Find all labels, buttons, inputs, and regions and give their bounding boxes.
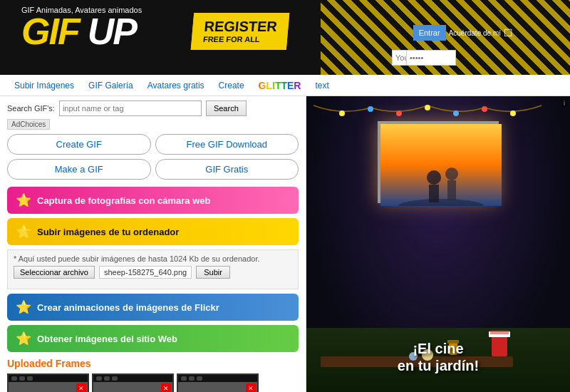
svg-point-4 <box>453 110 459 116</box>
logo-gif: GIF <box>21 13 79 50</box>
main-container: Search GIF's: Search AdChoices Create GI… <box>0 96 570 392</box>
password-field[interactable] <box>406 50 456 66</box>
search-row: Search GIF's: Search <box>7 100 299 116</box>
star-icon-web: ⭐ <box>16 331 31 346</box>
svg-point-3 <box>425 105 430 110</box>
star-icon-upload: ⭐ <box>16 224 31 239</box>
svg-point-0 <box>339 110 345 116</box>
svg-rect-7 <box>380 124 502 206</box>
action-buttons-grid: Create GIF Free GIF Download Make a GIF … <box>7 134 299 180</box>
frame-item-2: 🐧 ✕ ⧉ <box>92 373 174 392</box>
svg-point-1 <box>368 106 373 112</box>
feature-web[interactable]: ⭐ Obtener imágenes del sitio Web <box>7 325 299 352</box>
frame-close-1[interactable]: ✕ <box>76 383 86 392</box>
svg-point-9 <box>427 170 441 185</box>
login-area: Entrar Acuérdate de mí ☐ <box>413 25 513 41</box>
search-input[interactable] <box>59 100 202 116</box>
feature-camera[interactable]: ⭐ Captura de fotografías con cámara web <box>7 187 299 214</box>
left-panel: Search GIF's: Search AdChoices Create GI… <box>0 96 306 392</box>
adchoices-badge[interactable]: AdChoices <box>7 119 50 130</box>
upload-note: * Aquí usted puede subir imágenes de has… <box>14 254 292 263</box>
star-icon-flickr: ⭐ <box>16 299 31 315</box>
frame-close-2[interactable]: ✕ <box>161 383 171 392</box>
frame-hole <box>19 376 25 381</box>
feature-upload-label: Subir imágenes de tu ordenador <box>37 227 179 237</box>
string-lights <box>314 102 549 123</box>
ad-headline-2: en tu jardín! <box>306 357 570 374</box>
frame-hole <box>112 376 118 381</box>
upload-button[interactable]: Subir <box>196 266 230 279</box>
nav-glitter[interactable]: GLITTER <box>259 80 301 91</box>
frame-strip-top-1 <box>9 375 88 382</box>
ad-container: i ¡El cine en tu jardín! <box>306 96 570 392</box>
nav-item-subir[interactable]: Subir Imágenes <box>14 81 74 91</box>
frame-close-3[interactable]: ✕ <box>246 383 256 392</box>
frame-item-1: 🦉 ✕ ⧉ <box>7 373 89 392</box>
star-icon-camera: ⭐ <box>16 192 31 208</box>
nav-item-avatares[interactable]: Avatares gratis <box>147 81 204 91</box>
feature-web-label: Obtener imágenes del sitio Web <box>37 334 177 344</box>
feature-camera-label: Captura de fotografías con cámara web <box>37 195 210 206</box>
ad-label: i <box>561 99 567 108</box>
remember-checkbox-icon: ☐ <box>504 27 513 38</box>
outdoor-screen <box>378 121 499 203</box>
search-button[interactable]: Search <box>206 100 247 116</box>
frame-hole <box>197 376 202 381</box>
logo-area: GIFUP <box>21 13 136 50</box>
ad-headline-1: ¡El cine <box>306 340 570 357</box>
nav-item-create[interactable]: Create <box>219 81 244 91</box>
free-for-all-label: FREE FOR ALL <box>203 35 261 43</box>
frame-hole <box>104 376 110 381</box>
make-gif-button[interactable]: Make a GIF <box>7 159 151 180</box>
frame-hole <box>27 376 33 381</box>
file-name-display: sheep-158275_640.png <box>99 266 192 279</box>
feature-upload[interactable]: ⭐ Subir imágenes de tu ordenador <box>7 218 299 245</box>
header-tagline: GIF Animadas, Avatares animados <box>21 6 142 14</box>
gif-gratis-button[interactable]: GIF Gratis <box>155 159 299 180</box>
ad-text-overlay: ¡El cine en tu jardín! <box>306 340 570 374</box>
frame-strip-top-3 <box>178 375 257 382</box>
frame-strip-top-2 <box>93 375 172 382</box>
frame-image-3: 🐑 ✕ ⧉ <box>178 382 257 392</box>
free-gif-download-button[interactable]: Free GIF Download <box>155 134 299 155</box>
svg-point-5 <box>482 106 487 112</box>
uploaded-frames-title: Uploaded Frames <box>7 358 299 369</box>
frame-hole <box>189 376 195 381</box>
select-file-button[interactable]: Seleccionar archivo <box>14 266 95 279</box>
frame-image-2: 🐧 ✕ ⧉ <box>93 382 172 392</box>
frame-hole <box>181 376 187 381</box>
register-label: REGISTER <box>204 19 278 34</box>
svg-rect-10 <box>429 185 439 202</box>
svg-point-2 <box>396 110 402 116</box>
frames-row: 🦉 ✕ ⧉ <box>7 373 299 392</box>
svg-point-11 <box>445 167 458 180</box>
screen-content <box>380 124 502 206</box>
right-panel-ad: i ¡El cine en tu jardín! <box>306 96 570 392</box>
search-label: Search GIF's: <box>7 104 55 113</box>
uploaded-frames-section: Uploaded Frames 🦉 ✕ ⧉ <box>7 358 299 392</box>
remember-label: Acuérdate de mí <box>449 29 501 37</box>
nav-item-text[interactable]: text <box>315 81 328 91</box>
frame-item-3: 🐑 ✕ ⧉ <box>177 373 259 392</box>
svg-rect-16 <box>490 330 509 334</box>
register-box[interactable]: REGISTER FREE FOR ALL <box>191 13 290 50</box>
upload-controls: Seleccionar archivo sheep-158275_640.png… <box>14 266 292 279</box>
nav-item-galeria[interactable]: GIF Galería <box>88 81 133 91</box>
upload-section: * Aquí usted puede subir imágenes de has… <box>7 249 299 289</box>
feature-flickr-label: Crear animaciones de imágenes de Flickr <box>37 302 219 313</box>
frame-hole <box>11 376 17 381</box>
frame-hole <box>96 376 102 381</box>
login-button[interactable]: Entrar <box>413 25 446 41</box>
logo-up: UP <box>88 13 136 50</box>
header: GIF Animadas, Avatares animados GIFUP RE… <box>0 0 570 75</box>
frame-image-1: 🦉 ✕ ⧉ <box>9 382 88 392</box>
svg-point-6 <box>510 110 516 116</box>
feature-flickr[interactable]: ⭐ Crear animaciones de imágenes de Flick… <box>7 294 299 321</box>
nav-bar: Subir Imágenes GIF Galería Avatares grat… <box>0 75 570 96</box>
svg-rect-12 <box>447 180 456 200</box>
create-gif-button[interactable]: Create GIF <box>7 134 151 155</box>
